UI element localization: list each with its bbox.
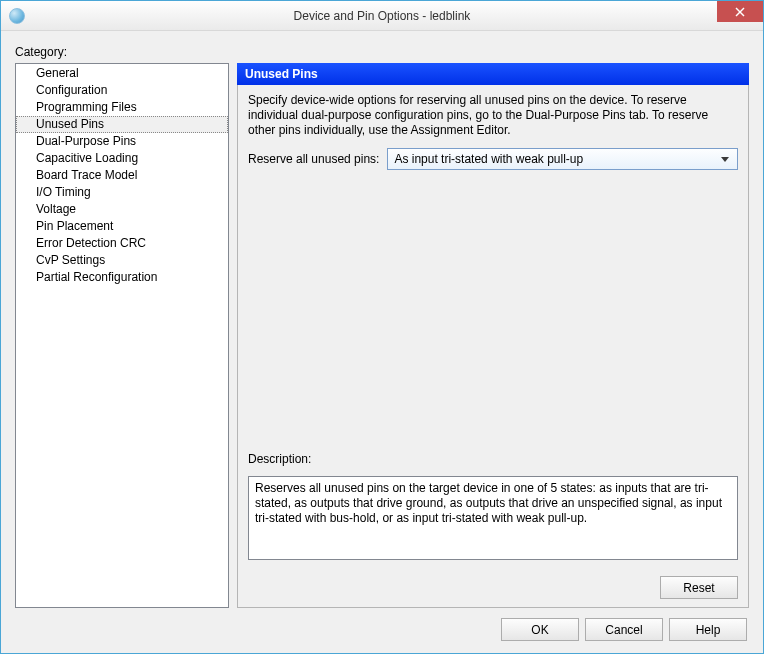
category-item[interactable]: Error Detection CRC [16,235,228,252]
category-item[interactable]: I/O Timing [16,184,228,201]
category-label: Category: [15,45,749,59]
reset-row: Reset [248,570,738,599]
content-area: Category: GeneralConfigurationProgrammin… [15,45,749,608]
category-list[interactable]: GeneralConfigurationProgramming FilesUnu… [15,63,229,608]
category-item[interactable]: General [16,65,228,82]
category-item[interactable]: Partial Reconfiguration [16,269,228,286]
description-label: Description: [248,452,738,466]
help-button[interactable]: Help [669,618,747,641]
category-item[interactable]: Pin Placement [16,218,228,235]
app-icon [9,8,25,24]
dialog-body: Category: GeneralConfigurationProgrammin… [1,31,763,653]
category-item[interactable]: Dual-Purpose Pins [16,133,228,150]
ok-button[interactable]: OK [501,618,579,641]
category-item[interactable]: Configuration [16,82,228,99]
category-item[interactable]: Programming Files [16,99,228,116]
category-item[interactable]: CvP Settings [16,252,228,269]
spacer [248,180,738,442]
panel-body: Specify device-wide options for reservin… [237,85,749,608]
titlebar: Device and Pin Options - ledblink [1,1,763,31]
chevron-down-icon [717,157,733,162]
panel-title: Unused Pins [237,63,749,85]
reserve-combobox-value: As input tri-stated with weak pull-up [394,152,717,166]
panel-intro-text: Specify device-wide options for reservin… [248,93,738,138]
window-title: Device and Pin Options - ledblink [1,9,763,23]
category-item[interactable]: Board Trace Model [16,167,228,184]
description-box: Reserves all unused pins on the target d… [248,476,738,560]
cancel-button[interactable]: Cancel [585,618,663,641]
dialog-window: Device and Pin Options - ledblink Catego… [0,0,764,654]
category-item[interactable]: Unused Pins [16,116,228,133]
right-pane: Unused Pins Specify device-wide options … [237,63,749,608]
reset-button[interactable]: Reset [660,576,738,599]
category-item[interactable]: Capacitive Loading [16,150,228,167]
dialog-footer: OK Cancel Help [15,612,749,643]
svg-marker-2 [721,157,729,162]
reserve-label: Reserve all unused pins: [248,152,379,166]
columns: GeneralConfigurationProgramming FilesUnu… [15,63,749,608]
close-icon [735,7,745,17]
reserve-combobox[interactable]: As input tri-stated with weak pull-up [387,148,738,170]
category-item[interactable]: Voltage [16,201,228,218]
reserve-field-row: Reserve all unused pins: As input tri-st… [248,148,738,170]
close-button[interactable] [717,1,763,22]
